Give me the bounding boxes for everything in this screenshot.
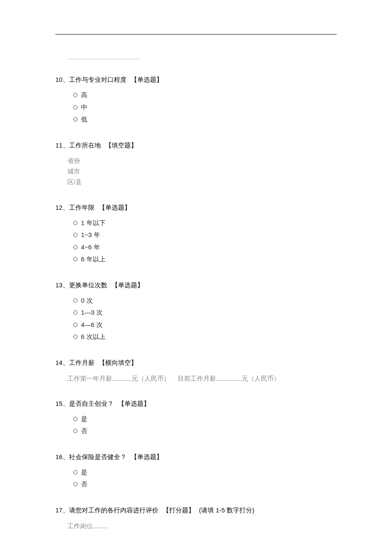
rating-field-label: 工作岗位 (67, 523, 93, 529)
question-11: 11、工作所在地 【填空题】 省份 城市 区/县 (55, 140, 337, 188)
question-title: 16、社会保险是否健全？ 【单选题】 (55, 452, 337, 462)
question-title: 11、工作所在地 【填空题】 (55, 140, 337, 150)
fill-prefix-2: 目前工作月薪 (178, 375, 216, 382)
option-label: 否 (81, 478, 87, 491)
radio-option[interactable]: 否 (73, 425, 337, 437)
radio-icon (73, 335, 78, 339)
option-label: 低 (81, 113, 87, 126)
option-label: 1 年以下 (81, 217, 106, 229)
question-number: 17、 (55, 506, 69, 514)
radio-icon (73, 257, 78, 261)
question-14: 14、工作月薪 【横向填空】 工作第一年月薪元（人民币） 目前工作月薪元（人民币… (55, 358, 337, 384)
fill-field-city[interactable]: 城市 (67, 166, 337, 177)
radio-icon (73, 482, 78, 486)
question-type-tag: 【横向填空】 (99, 359, 137, 366)
horizontal-fill-line: 工作第一年月薪元（人民币） 目前工作月薪元（人民币） (55, 372, 337, 384)
rating-blank-job-position[interactable] (93, 522, 107, 528)
radio-icon (73, 323, 78, 327)
radio-option[interactable]: 4—6 次 (73, 319, 337, 331)
question-16: 16、社会保险是否健全？ 【单选题】 是 否 (55, 452, 337, 491)
question-number: 16、 (55, 453, 69, 460)
question-number: 14、 (55, 359, 69, 366)
question-title: 15、是否自主创业？ 【单选题】 (55, 399, 337, 409)
radio-option[interactable]: 高 (73, 89, 337, 101)
question-15: 15、是否自主创业？ 【单选题】 是 否 (55, 399, 337, 437)
option-label: 4—6 次 (81, 319, 103, 331)
radio-option[interactable]: 6 年以上 (73, 253, 337, 266)
radio-icon (73, 298, 78, 303)
question-text: 工作与专业对口程度 (69, 76, 127, 83)
fill-field-district[interactable]: 区/县 (67, 177, 337, 188)
option-label: 1—3 次 (81, 306, 103, 319)
question-number: 15、 (55, 400, 69, 407)
question-text: 更换单位次数 (69, 281, 107, 289)
options-list: 0 次 1—3 次 4—6 次 6 次以上 (55, 295, 337, 343)
question-number: 10、 (55, 76, 69, 83)
question-type-tag: 【单选题】 (131, 453, 163, 460)
question-type-tag: 【单选题】 (112, 281, 144, 289)
question-type-tag: 【打分题】 (163, 506, 195, 514)
radio-option[interactable]: 是 (73, 413, 337, 425)
radio-icon (73, 105, 78, 110)
radio-option[interactable]: 0 次 (73, 295, 337, 307)
option-label: 高 (81, 89, 87, 101)
rating-fill-line: 工作岗位 (55, 520, 337, 532)
question-type-tag: 【填空题】 (105, 142, 137, 149)
radio-option[interactable]: 中 (73, 101, 337, 114)
question-number: 13、 (55, 281, 69, 289)
question-title: 17、请您对工作的各行内容进行评价 【打分题】 (请填 1-5 数字打分) (55, 505, 337, 515)
radio-option[interactable]: 1~3 年 (73, 229, 337, 241)
question-text: 工作所在地 (69, 142, 101, 149)
radio-icon (73, 429, 78, 433)
question-title: 10、工作与专业对口程度 【单选题】 (55, 75, 337, 85)
question-title: 12、工作年限 【单选题】 (55, 202, 337, 213)
previous-answer-blank[interactable] (67, 52, 140, 59)
question-10: 10、工作与专业对口程度 【单选题】 高 中 低 (55, 75, 337, 126)
option-label: 中 (81, 101, 87, 114)
radio-option[interactable]: 1 年以下 (73, 217, 337, 229)
question-note: (请填 1-5 数字打分) (199, 506, 254, 514)
question-type-tag: 【单选题】 (131, 76, 163, 83)
question-number: 12、 (55, 204, 69, 211)
option-label: 1~3 年 (81, 229, 100, 241)
question-title: 13、更换单位次数 【单选题】 (55, 280, 337, 290)
question-type-tag: 【单选题】 (118, 400, 150, 407)
document-page: 10、工作与专业对口程度 【单选题】 高 中 低 11、工作所在地 【填空题】 … (0, 0, 392, 555)
option-label: 6 年以上 (81, 253, 106, 266)
question-13: 13、更换单位次数 【单选题】 0 次 1—3 次 4—6 次 6 次以上 (55, 280, 337, 343)
radio-icon (73, 233, 78, 237)
options-list: 1 年以下 1~3 年 4~6 年 6 年以上 (55, 217, 337, 266)
question-number: 11、 (55, 142, 69, 149)
option-label: 是 (81, 413, 87, 425)
question-text: 请您对工作的各行内容进行评价 (69, 506, 159, 514)
fill-field-province[interactable]: 省份 (67, 156, 337, 166)
fill-fields: 省份 城市 区/县 (55, 155, 337, 188)
question-text: 工作月薪 (69, 359, 95, 366)
radio-option[interactable]: 否 (73, 478, 337, 491)
question-text: 工作年限 (69, 204, 95, 211)
salary-current-blank[interactable] (216, 375, 242, 381)
question-title: 14、工作月薪 【横向填空】 (55, 358, 337, 368)
radio-option[interactable]: 6 次以上 (73, 331, 337, 343)
option-label: 0 次 (81, 295, 93, 307)
radio-icon (73, 245, 78, 249)
option-label: 6 次以上 (81, 331, 106, 343)
options-list: 是 否 (55, 466, 337, 491)
salary-first-year-blank[interactable] (112, 375, 132, 381)
radio-option[interactable]: 是 (73, 466, 337, 479)
question-text: 社会保险是否健全？ (69, 453, 127, 460)
question-17: 17、请您对工作的各行内容进行评价 【打分题】 (请填 1-5 数字打分) 工作… (55, 505, 337, 532)
radio-icon (73, 470, 78, 474)
fill-suffix-2: 元（人民币） (242, 375, 280, 382)
options-list: 是 否 (55, 413, 337, 437)
radio-icon (73, 417, 78, 421)
radio-option[interactable]: 1—3 次 (73, 306, 337, 319)
question-type-tag: 【单选题】 (99, 204, 131, 211)
radio-icon (73, 221, 78, 225)
question-text: 是否自主创业？ (69, 400, 114, 407)
radio-option[interactable]: 4~6 年 (73, 241, 337, 254)
top-horizontal-rule (55, 34, 337, 35)
option-label: 否 (81, 425, 87, 437)
radio-option[interactable]: 低 (73, 113, 337, 126)
radio-icon (73, 93, 78, 97)
